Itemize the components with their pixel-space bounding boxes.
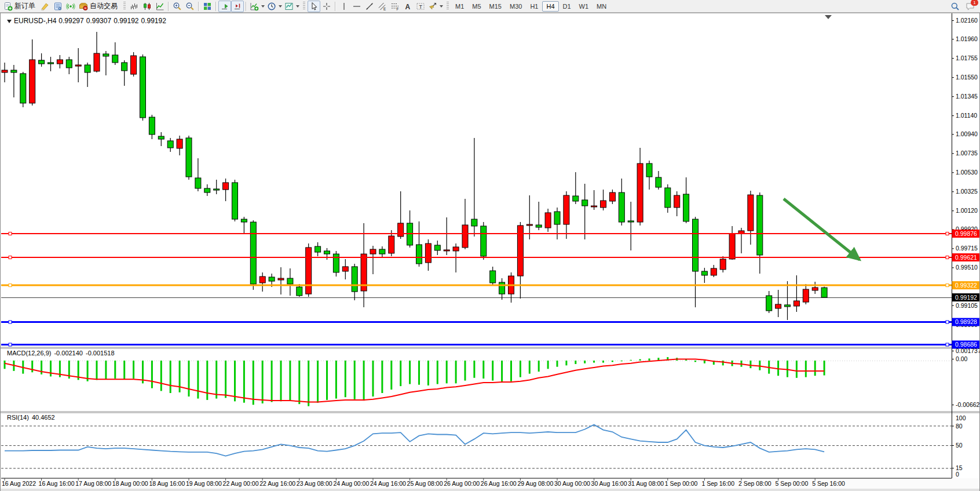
cursor-tool-button-icon bbox=[309, 2, 319, 11]
line-chart-button[interactable] bbox=[153, 1, 166, 12]
pivot-line-price-label-text: 0.99322 bbox=[955, 282, 977, 289]
candle-body bbox=[481, 226, 487, 256]
zoom-out-button[interactable] bbox=[184, 1, 196, 12]
signals-button-icon bbox=[66, 2, 75, 11]
candle-body bbox=[609, 192, 615, 201]
indicators-button[interactable] bbox=[248, 1, 266, 12]
line-anchor-handle[interactable] bbox=[9, 256, 12, 259]
tile-windows-button[interactable] bbox=[201, 1, 214, 12]
templates-button[interactable] bbox=[283, 1, 301, 12]
channel-tool[interactable]: E bbox=[376, 1, 389, 12]
toolbar-drag-handle[interactable] bbox=[447, 2, 449, 10]
resistance-line-1-price-label-text: 0.99876 bbox=[955, 230, 977, 237]
dropdown-arrow-icon[interactable] bbox=[279, 5, 282, 8]
arrows-tool[interactable] bbox=[427, 1, 444, 12]
new-order-button[interactable]: 新订单 bbox=[2, 1, 39, 12]
candle-body bbox=[85, 65, 90, 72]
styler-button[interactable] bbox=[39, 1, 52, 12]
candle-body bbox=[564, 195, 569, 224]
candle-body bbox=[416, 245, 422, 264]
toolbar-drag-handle[interactable] bbox=[303, 2, 305, 10]
auto-scroll-button[interactable] bbox=[218, 1, 231, 12]
price-tick-label: 1.01755 bbox=[956, 54, 978, 61]
timeframe-button-m30[interactable]: M30 bbox=[506, 1, 526, 12]
auto-trading-button[interactable]: 自动交易 bbox=[77, 1, 121, 12]
candlestick-chart-button[interactable] bbox=[141, 1, 153, 12]
vertical-line-tool-icon bbox=[339, 2, 349, 11]
candle-body bbox=[352, 267, 357, 292]
candle-body bbox=[444, 250, 449, 251]
time-tick-label: 1 Sep 00:00 bbox=[665, 480, 698, 487]
vertical-line-tool[interactable] bbox=[338, 1, 350, 12]
crosshair-tool-button[interactable] bbox=[320, 1, 333, 12]
zoom-in-button-icon bbox=[173, 2, 182, 11]
chart-shift-button[interactable] bbox=[231, 1, 244, 12]
candle-body bbox=[453, 247, 459, 251]
notifications-button[interactable]: 1 bbox=[964, 1, 977, 12]
timeframe-button-mn[interactable]: MN bbox=[593, 1, 610, 12]
timeframe-button-d1[interactable]: D1 bbox=[559, 1, 575, 12]
time-tick-label: 5 Sep 00:00 bbox=[776, 480, 809, 487]
time-tick-label: 24 Aug 16:00 bbox=[370, 480, 406, 487]
time-tick-label: 26 Aug 00:00 bbox=[444, 480, 480, 487]
timeframe-button-m5[interactable]: M5 bbox=[468, 1, 485, 12]
text-label-tool[interactable]: T bbox=[414, 1, 427, 12]
horizontal-line-tool-icon bbox=[352, 2, 361, 11]
line-anchor-handle[interactable] bbox=[9, 343, 12, 346]
dropdown-arrow-icon[interactable] bbox=[440, 5, 443, 8]
auto-trading-button-label: 自动交易 bbox=[90, 1, 118, 11]
line-anchor-handle[interactable] bbox=[946, 232, 949, 235]
dropdown-arrow-icon[interactable] bbox=[261, 5, 265, 8]
trendline-tool[interactable] bbox=[363, 1, 376, 12]
time-tick-label: 26 Aug 16:00 bbox=[481, 480, 517, 487]
price-tick-label: 1.01960 bbox=[956, 35, 978, 42]
toolbar-drag-handle[interactable] bbox=[123, 2, 126, 10]
candle-body bbox=[39, 60, 45, 64]
market-watch-button[interactable] bbox=[52, 1, 64, 12]
line-anchor-handle[interactable] bbox=[946, 321, 949, 323]
horizontal-line-tool[interactable] bbox=[350, 1, 363, 12]
candle bbox=[140, 54, 146, 121]
periods-button[interactable] bbox=[266, 1, 283, 12]
zoom-in-button[interactable] bbox=[171, 1, 184, 12]
bar-chart-button[interactable] bbox=[128, 1, 141, 12]
chart-background[interactable] bbox=[1, 13, 979, 478]
timeframe-button-m1[interactable]: M1 bbox=[451, 1, 468, 12]
dropdown-arrow-icon[interactable] bbox=[296, 5, 299, 8]
time-tick-label: 25 Aug 08:00 bbox=[407, 480, 443, 487]
candle-body bbox=[30, 60, 35, 103]
text-tool[interactable]: A bbox=[401, 1, 414, 12]
price-chart[interactable]: 1.021601.019601.017551.015501.013451.011… bbox=[0, 0, 980, 491]
candle-body bbox=[297, 287, 302, 296]
fibonacci-tool[interactable]: F bbox=[389, 1, 401, 12]
line-anchor-handle[interactable] bbox=[946, 284, 949, 287]
signals-button[interactable] bbox=[64, 1, 77, 12]
time-axis[interactable]: 16 Aug 202216 Aug 16:0017 Aug 08:0018 Au… bbox=[2, 478, 845, 487]
line-anchor-handle[interactable] bbox=[9, 284, 12, 287]
cursor-tool-button[interactable] bbox=[308, 1, 320, 12]
candle-body bbox=[232, 183, 238, 219]
time-tick-label: 16 Aug 2022 bbox=[2, 480, 36, 487]
candle-body bbox=[214, 189, 220, 190]
candle-body bbox=[536, 225, 542, 227]
time-tick-label: 30 Aug 16:00 bbox=[591, 480, 627, 487]
styler-button-icon bbox=[41, 2, 50, 11]
candle-body bbox=[545, 213, 551, 228]
new-order-button-icon bbox=[3, 2, 13, 11]
time-tick-label: 16 Aug 16:00 bbox=[39, 480, 75, 487]
timeframe-button-m15[interactable]: M15 bbox=[485, 1, 506, 12]
timeframe-button-h4[interactable]: H4 bbox=[542, 1, 558, 12]
line-anchor-handle[interactable] bbox=[946, 256, 949, 259]
candle-body bbox=[379, 249, 385, 254]
line-anchor-handle[interactable] bbox=[946, 343, 949, 346]
timeframe-button-h1[interactable]: H1 bbox=[526, 1, 542, 12]
line-anchor-handle[interactable] bbox=[9, 321, 12, 323]
candle-body bbox=[628, 221, 634, 222]
time-tick-label: 19 Aug 08:00 bbox=[186, 480, 222, 487]
notification-badge: 1 bbox=[971, 0, 978, 6]
line-anchor-handle[interactable] bbox=[9, 232, 12, 235]
candle-body bbox=[665, 188, 671, 208]
search-button[interactable] bbox=[949, 1, 961, 12]
timeframe-button-w1[interactable]: W1 bbox=[575, 1, 593, 12]
candle-body bbox=[223, 183, 229, 190]
